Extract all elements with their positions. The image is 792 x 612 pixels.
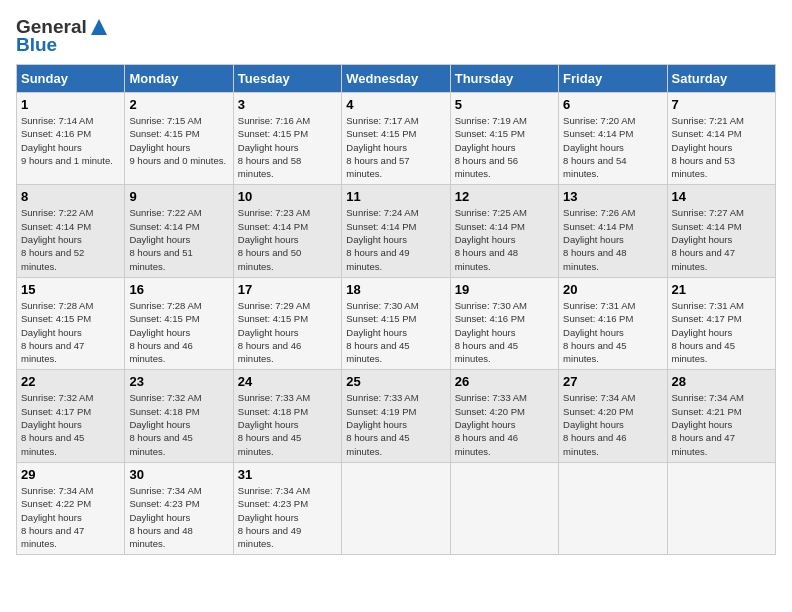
- day-number: 14: [672, 189, 771, 204]
- day-cell-28: 28 Sunrise: 7:34 AM Sunset: 4:21 PM Dayl…: [667, 370, 775, 462]
- day-info: Sunrise: 7:31 AM Sunset: 4:16 PM Dayligh…: [563, 299, 662, 365]
- day-header-thursday: Thursday: [450, 65, 558, 93]
- day-info: Sunrise: 7:33 AM Sunset: 4:19 PM Dayligh…: [346, 391, 445, 457]
- logo-icon: [89, 17, 109, 37]
- day-info: Sunrise: 7:23 AM Sunset: 4:14 PM Dayligh…: [238, 206, 337, 272]
- day-cell-9: 9 Sunrise: 7:22 AM Sunset: 4:14 PM Dayli…: [125, 185, 233, 277]
- day-cell-22: 22 Sunrise: 7:32 AM Sunset: 4:17 PM Dayl…: [17, 370, 125, 462]
- day-cell-4: 4 Sunrise: 7:17 AM Sunset: 4:15 PM Dayli…: [342, 93, 450, 185]
- day-info: Sunrise: 7:34 AM Sunset: 4:21 PM Dayligh…: [672, 391, 771, 457]
- day-info: Sunrise: 7:32 AM Sunset: 4:17 PM Dayligh…: [21, 391, 120, 457]
- day-cell-7: 7 Sunrise: 7:21 AM Sunset: 4:14 PM Dayli…: [667, 93, 775, 185]
- calendar-week-1: 1 Sunrise: 7:14 AM Sunset: 4:16 PM Dayli…: [17, 93, 776, 185]
- empty-day: [342, 462, 450, 554]
- day-number: 9: [129, 189, 228, 204]
- day-cell-14: 14 Sunrise: 7:27 AM Sunset: 4:14 PM Dayl…: [667, 185, 775, 277]
- day-cell-12: 12 Sunrise: 7:25 AM Sunset: 4:14 PM Dayl…: [450, 185, 558, 277]
- day-info: Sunrise: 7:20 AM Sunset: 4:14 PM Dayligh…: [563, 114, 662, 180]
- day-number: 23: [129, 374, 228, 389]
- svg-marker-0: [91, 19, 107, 35]
- day-number: 11: [346, 189, 445, 204]
- day-info: Sunrise: 7:30 AM Sunset: 4:16 PM Dayligh…: [455, 299, 554, 365]
- day-number: 29: [21, 467, 120, 482]
- day-info: Sunrise: 7:22 AM Sunset: 4:14 PM Dayligh…: [21, 206, 120, 272]
- day-number: 26: [455, 374, 554, 389]
- day-number: 10: [238, 189, 337, 204]
- day-number: 27: [563, 374, 662, 389]
- day-number: 6: [563, 97, 662, 112]
- day-cell-2: 2 Sunrise: 7:15 AM Sunset: 4:15 PM Dayli…: [125, 93, 233, 185]
- day-number: 17: [238, 282, 337, 297]
- day-cell-13: 13 Sunrise: 7:26 AM Sunset: 4:14 PM Dayl…: [559, 185, 667, 277]
- day-number: 20: [563, 282, 662, 297]
- day-number: 18: [346, 282, 445, 297]
- day-cell-30: 30 Sunrise: 7:34 AM Sunset: 4:23 PM Dayl…: [125, 462, 233, 554]
- day-number: 1: [21, 97, 120, 112]
- day-number: 21: [672, 282, 771, 297]
- day-info: Sunrise: 7:29 AM Sunset: 4:15 PM Dayligh…: [238, 299, 337, 365]
- day-number: 4: [346, 97, 445, 112]
- logo-blue-text: Blue: [16, 34, 57, 56]
- day-number: 12: [455, 189, 554, 204]
- day-cell-29: 29 Sunrise: 7:34 AM Sunset: 4:22 PM Dayl…: [17, 462, 125, 554]
- day-number: 25: [346, 374, 445, 389]
- day-info: Sunrise: 7:28 AM Sunset: 4:15 PM Dayligh…: [129, 299, 228, 365]
- day-info: Sunrise: 7:28 AM Sunset: 4:15 PM Dayligh…: [21, 299, 120, 365]
- day-number: 22: [21, 374, 120, 389]
- day-number: 28: [672, 374, 771, 389]
- day-number: 5: [455, 97, 554, 112]
- day-info: Sunrise: 7:21 AM Sunset: 4:14 PM Dayligh…: [672, 114, 771, 180]
- day-cell-15: 15 Sunrise: 7:28 AM Sunset: 4:15 PM Dayl…: [17, 277, 125, 369]
- day-info: Sunrise: 7:31 AM Sunset: 4:17 PM Dayligh…: [672, 299, 771, 365]
- day-cell-16: 16 Sunrise: 7:28 AM Sunset: 4:15 PM Dayl…: [125, 277, 233, 369]
- day-header-saturday: Saturday: [667, 65, 775, 93]
- calendar-table: SundayMondayTuesdayWednesdayThursdayFrid…: [16, 64, 776, 555]
- day-cell-1: 1 Sunrise: 7:14 AM Sunset: 4:16 PM Dayli…: [17, 93, 125, 185]
- day-number: 3: [238, 97, 337, 112]
- day-info: Sunrise: 7:33 AM Sunset: 4:20 PM Dayligh…: [455, 391, 554, 457]
- calendar-week-5: 29 Sunrise: 7:34 AM Sunset: 4:22 PM Dayl…: [17, 462, 776, 554]
- empty-day: [559, 462, 667, 554]
- day-number: 7: [672, 97, 771, 112]
- day-info: Sunrise: 7:26 AM Sunset: 4:14 PM Dayligh…: [563, 206, 662, 272]
- day-cell-17: 17 Sunrise: 7:29 AM Sunset: 4:15 PM Dayl…: [233, 277, 341, 369]
- page-header: General Blue: [16, 16, 776, 56]
- calendar-week-2: 8 Sunrise: 7:22 AM Sunset: 4:14 PM Dayli…: [17, 185, 776, 277]
- calendar-week-3: 15 Sunrise: 7:28 AM Sunset: 4:15 PM Dayl…: [17, 277, 776, 369]
- day-cell-21: 21 Sunrise: 7:31 AM Sunset: 4:17 PM Dayl…: [667, 277, 775, 369]
- day-number: 30: [129, 467, 228, 482]
- day-cell-23: 23 Sunrise: 7:32 AM Sunset: 4:18 PM Dayl…: [125, 370, 233, 462]
- empty-day: [450, 462, 558, 554]
- day-number: 31: [238, 467, 337, 482]
- calendar-header-row: SundayMondayTuesdayWednesdayThursdayFrid…: [17, 65, 776, 93]
- empty-day: [667, 462, 775, 554]
- day-info: Sunrise: 7:34 AM Sunset: 4:20 PM Dayligh…: [563, 391, 662, 457]
- day-info: Sunrise: 7:34 AM Sunset: 4:23 PM Dayligh…: [238, 484, 337, 550]
- day-info: Sunrise: 7:27 AM Sunset: 4:14 PM Dayligh…: [672, 206, 771, 272]
- day-cell-26: 26 Sunrise: 7:33 AM Sunset: 4:20 PM Dayl…: [450, 370, 558, 462]
- day-number: 19: [455, 282, 554, 297]
- day-cell-3: 3 Sunrise: 7:16 AM Sunset: 4:15 PM Dayli…: [233, 93, 341, 185]
- day-info: Sunrise: 7:15 AM Sunset: 4:15 PM Dayligh…: [129, 114, 228, 167]
- day-cell-20: 20 Sunrise: 7:31 AM Sunset: 4:16 PM Dayl…: [559, 277, 667, 369]
- day-info: Sunrise: 7:17 AM Sunset: 4:15 PM Dayligh…: [346, 114, 445, 180]
- day-header-sunday: Sunday: [17, 65, 125, 93]
- day-cell-27: 27 Sunrise: 7:34 AM Sunset: 4:20 PM Dayl…: [559, 370, 667, 462]
- day-info: Sunrise: 7:34 AM Sunset: 4:22 PM Dayligh…: [21, 484, 120, 550]
- day-info: Sunrise: 7:16 AM Sunset: 4:15 PM Dayligh…: [238, 114, 337, 180]
- day-number: 24: [238, 374, 337, 389]
- day-cell-18: 18 Sunrise: 7:30 AM Sunset: 4:15 PM Dayl…: [342, 277, 450, 369]
- logo: General Blue: [16, 16, 109, 56]
- day-cell-24: 24 Sunrise: 7:33 AM Sunset: 4:18 PM Dayl…: [233, 370, 341, 462]
- calendar-week-4: 22 Sunrise: 7:32 AM Sunset: 4:17 PM Dayl…: [17, 370, 776, 462]
- day-info: Sunrise: 7:24 AM Sunset: 4:14 PM Dayligh…: [346, 206, 445, 272]
- day-number: 13: [563, 189, 662, 204]
- day-info: Sunrise: 7:25 AM Sunset: 4:14 PM Dayligh…: [455, 206, 554, 272]
- day-number: 16: [129, 282, 228, 297]
- day-info: Sunrise: 7:32 AM Sunset: 4:18 PM Dayligh…: [129, 391, 228, 457]
- day-cell-11: 11 Sunrise: 7:24 AM Sunset: 4:14 PM Dayl…: [342, 185, 450, 277]
- day-info: Sunrise: 7:19 AM Sunset: 4:15 PM Dayligh…: [455, 114, 554, 180]
- day-cell-6: 6 Sunrise: 7:20 AM Sunset: 4:14 PM Dayli…: [559, 93, 667, 185]
- day-cell-25: 25 Sunrise: 7:33 AM Sunset: 4:19 PM Dayl…: [342, 370, 450, 462]
- day-cell-8: 8 Sunrise: 7:22 AM Sunset: 4:14 PM Dayli…: [17, 185, 125, 277]
